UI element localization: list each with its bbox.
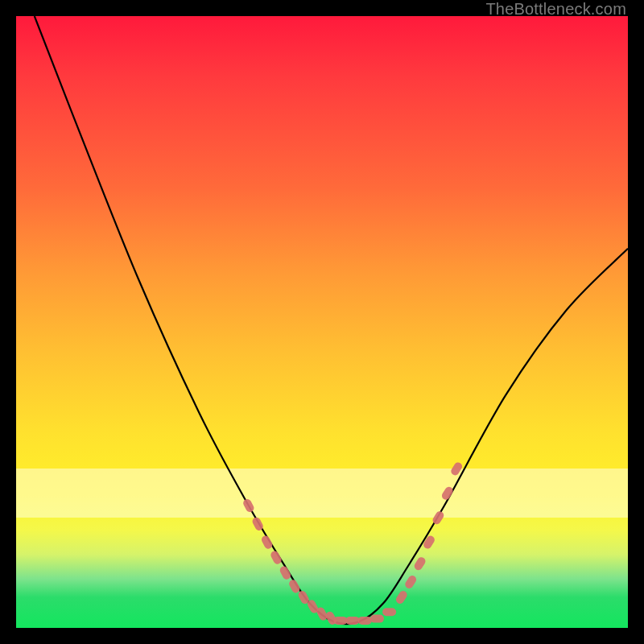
marker-dash bbox=[431, 510, 445, 526]
marker-dash bbox=[346, 617, 360, 625]
marker-dash bbox=[333, 617, 347, 625]
marker-dash bbox=[287, 578, 301, 594]
marker-dash bbox=[316, 606, 329, 622]
marker-dash bbox=[297, 589, 311, 605]
marker-dash bbox=[449, 461, 463, 477]
marker-dash bbox=[251, 516, 265, 532]
chart-frame: TheBottleneck.com bbox=[0, 0, 644, 644]
marker-dash bbox=[270, 550, 283, 566]
marker-dash bbox=[440, 485, 454, 502]
marker-dash bbox=[394, 589, 408, 605]
curve-svg bbox=[16, 16, 628, 628]
marker-dash bbox=[324, 610, 338, 626]
marker-dots bbox=[242, 461, 464, 626]
marker-dash bbox=[422, 535, 436, 551]
marker-dash bbox=[260, 535, 274, 551]
marker-dash bbox=[242, 497, 255, 514]
marker-dash bbox=[413, 555, 427, 572]
plot-area bbox=[16, 16, 628, 628]
marker-dash bbox=[279, 565, 292, 581]
marker-dash bbox=[306, 599, 320, 615]
marker-dash bbox=[358, 617, 372, 625]
marker-dash bbox=[382, 608, 396, 616]
marker-dash bbox=[370, 615, 384, 623]
bottleneck-curve bbox=[35, 16, 628, 624]
highlight-band bbox=[16, 469, 628, 518]
marker-dash bbox=[403, 574, 417, 590]
